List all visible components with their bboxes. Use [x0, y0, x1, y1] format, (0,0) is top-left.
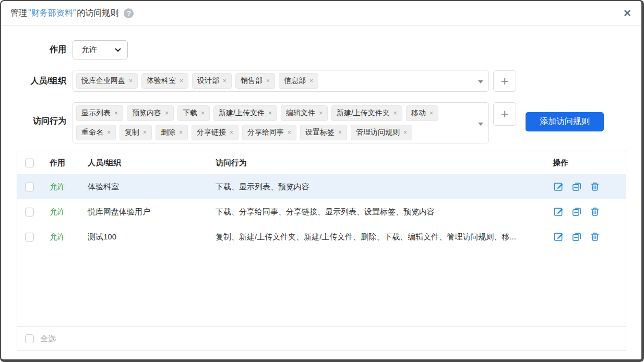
delete-icon[interactable]	[589, 231, 601, 243]
action-tag: 分享给同事×	[242, 125, 296, 140]
row-effect: 允许	[50, 207, 88, 217]
remove-tag-icon[interactable]: ×	[430, 110, 433, 116]
action-tag: 下载×	[177, 105, 210, 121]
close-icon[interactable]: ×	[624, 7, 631, 19]
row-actions: 下载、显示列表、预览内容	[216, 182, 538, 192]
delete-icon[interactable]	[589, 181, 601, 192]
row-checkbox[interactable]	[25, 208, 34, 216]
header-checkbox[interactable]	[25, 159, 34, 167]
effect-label: 作用	[1, 44, 66, 55]
help-icon[interactable]: ?	[124, 8, 134, 18]
rules-table: 作用 人员/组织 访问行为 操作 允许 体验科室 下载、显示列表、预览内容 允许…	[17, 151, 626, 351]
header-ops: 操作	[538, 158, 626, 168]
header-people: 人员/组织	[88, 158, 216, 168]
remove-tag-icon[interactable]: ×	[165, 110, 169, 116]
people-tag: 悦库企业网盘×	[76, 73, 138, 89]
effect-select[interactable]: 允许	[73, 40, 128, 59]
copy-icon[interactable]	[571, 181, 582, 192]
actions-label: 访问行为	[1, 116, 66, 127]
table-row[interactable]: 允许 体验科室 下载、显示列表、预览内容	[17, 174, 626, 199]
people-tag: 销售部×	[235, 73, 275, 89]
action-tag: 设置标签×	[300, 125, 347, 140]
dialog-header: 管理 "财务部资料" 的访问规则 ? ×	[1, 1, 641, 26]
action-tag: 预览内容×	[127, 105, 174, 121]
chevron-down-icon	[115, 48, 121, 52]
remove-tag-icon[interactable]: ×	[338, 129, 342, 136]
remove-tag-icon[interactable]: ×	[201, 110, 205, 116]
people-row: 人员/组织 悦库企业网盘× 体验科室× 设计部× 销售部× 信息部× +	[1, 70, 641, 92]
row-actions: 复制、新建/上传文件夹、新建/上传文件、删除、下载、编辑文件、管理访问规则、移.…	[216, 232, 538, 242]
remove-tag-icon[interactable]: ×	[230, 129, 233, 136]
people-tag: 体验科室×	[141, 73, 188, 89]
folder-name-link[interactable]: "财务部资料"	[28, 8, 76, 19]
remove-tag-icon[interactable]: ×	[129, 78, 133, 84]
remove-tag-icon[interactable]: ×	[393, 110, 397, 116]
remove-tag-icon[interactable]: ×	[179, 129, 183, 136]
table-footer: 全选	[17, 326, 626, 351]
header-effect: 作用	[50, 158, 88, 168]
row-effect: 允许	[50, 232, 88, 242]
add-people-button[interactable]: +	[493, 70, 516, 92]
table-row[interactable]: 允许 测试100 复制、新建/上传文件夹、新建/上传文件、删除、下载、编辑文件、…	[17, 224, 626, 249]
action-tag: 新建/上传文件夹×	[331, 105, 402, 121]
remove-tag-icon[interactable]: ×	[143, 129, 147, 136]
remove-tag-icon[interactable]: ×	[403, 129, 407, 136]
table-row[interactable]: 允许 悦库网盘体验用户 下载、分享给同事、分享链接、显示列表、设置标签、预览内容	[17, 199, 626, 224]
actions-tags-input[interactable]: 显示列表× 预览内容× 下载× 新建/上传文件× 编辑文件× 新建/上传文件夹×…	[73, 102, 489, 143]
action-tag: 分享链接×	[192, 125, 238, 140]
remove-tag-icon[interactable]: ×	[266, 78, 270, 84]
row-effect: 允许	[50, 182, 88, 192]
delete-icon[interactable]	[589, 206, 601, 218]
copy-icon[interactable]	[571, 231, 582, 243]
add-rule-button[interactable]: 添加访问规则	[526, 112, 604, 131]
row-people: 体验科室	[88, 182, 216, 192]
add-action-button[interactable]: +	[493, 102, 516, 126]
effect-value: 允许	[81, 45, 97, 55]
row-checkbox[interactable]	[25, 183, 34, 191]
action-tag: 复制×	[120, 125, 152, 140]
remove-tag-icon[interactable]: ×	[114, 110, 118, 116]
remove-tag-icon[interactable]: ×	[309, 78, 313, 84]
action-tag: 管理访问规则×	[351, 125, 412, 140]
dialog-title: 管理 "财务部资料" 的访问规则 ?	[10, 8, 134, 19]
dropdown-caret-icon[interactable]	[478, 123, 483, 128]
action-tag: 显示列表×	[76, 105, 123, 121]
rule-form: 作用 允许 人员/组织 悦库企业网盘× 体验科室× 设计部× 销售部× 信息部×…	[1, 26, 641, 143]
row-people: 悦库网盘体验用户	[88, 207, 216, 217]
people-tags-input[interactable]: 悦库企业网盘× 体验科室× 设计部× 销售部× 信息部×	[73, 70, 489, 92]
title-suffix: 的访问规则	[77, 8, 118, 19]
copy-icon[interactable]	[571, 206, 582, 218]
title-prefix: 管理	[10, 8, 27, 19]
remove-tag-icon[interactable]: ×	[319, 110, 323, 116]
remove-tag-icon[interactable]: ×	[223, 78, 226, 84]
action-tag: 删除×	[156, 125, 188, 140]
dropdown-caret-icon[interactable]	[478, 80, 483, 86]
edit-icon[interactable]	[553, 231, 564, 243]
people-label: 人员/组织	[1, 76, 66, 87]
effect-row: 作用 允许	[1, 40, 641, 59]
action-tag: 新建/上传文件×	[213, 105, 277, 121]
remove-tag-icon[interactable]: ×	[107, 129, 111, 136]
edit-icon[interactable]	[553, 181, 564, 192]
row-people: 测试100	[88, 232, 216, 242]
row-actions: 下载、分享给同事、分享链接、显示列表、设置标签、预览内容	[216, 207, 538, 217]
access-rules-dialog: 管理 "财务部资料" 的访问规则 ? × 作用 允许 人员/组织 悦库企业网盘×…	[0, 0, 644, 362]
select-all-label: 全选	[40, 334, 56, 344]
actions-row: 访问行为 显示列表× 预览内容× 下载× 新建/上传文件× 编辑文件× 新建/上…	[1, 102, 641, 143]
select-all-checkbox[interactable]	[25, 334, 34, 343]
remove-tag-icon[interactable]: ×	[180, 78, 183, 84]
action-tag: 重命名×	[76, 125, 116, 140]
people-tag: 信息部×	[279, 73, 318, 89]
action-tag: 移动×	[406, 105, 438, 121]
header-actions: 访问行为	[216, 158, 538, 168]
row-checkbox[interactable]	[25, 233, 34, 242]
remove-tag-icon[interactable]: ×	[268, 110, 272, 116]
remove-tag-icon[interactable]: ×	[288, 129, 291, 136]
action-tag: 编辑文件×	[281, 105, 328, 121]
table-header-row: 作用 人员/组织 访问行为 操作	[17, 151, 626, 174]
people-tag: 设计部×	[192, 73, 232, 89]
edit-icon[interactable]	[553, 206, 564, 218]
